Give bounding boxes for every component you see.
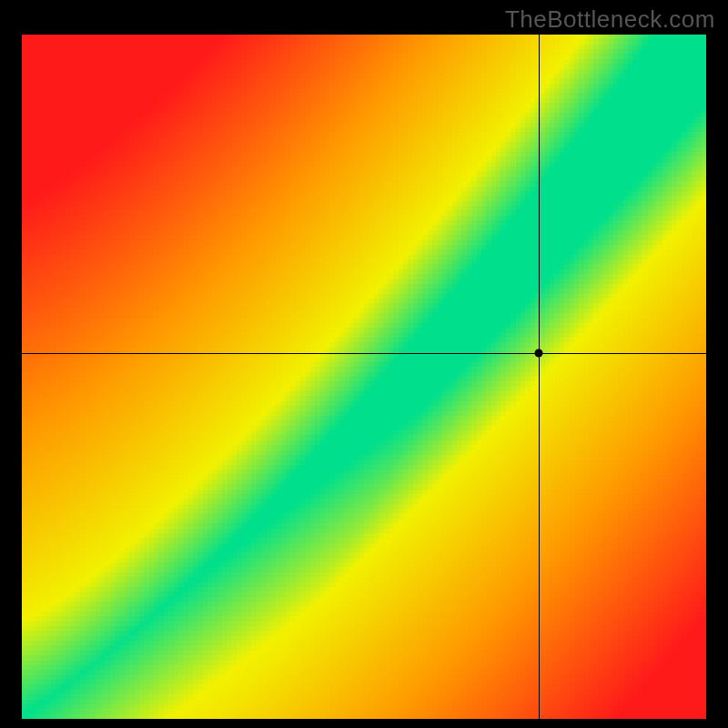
crosshair-vertical	[539, 35, 540, 719]
heatmap-canvas	[22, 35, 706, 719]
heatmap-plot	[22, 35, 706, 719]
crosshair-horizontal	[22, 353, 706, 354]
selection-marker	[534, 349, 542, 357]
watermark-text: TheBottleneck.com	[505, 5, 715, 34]
chart-container: TheBottleneck.com	[0, 0, 728, 728]
